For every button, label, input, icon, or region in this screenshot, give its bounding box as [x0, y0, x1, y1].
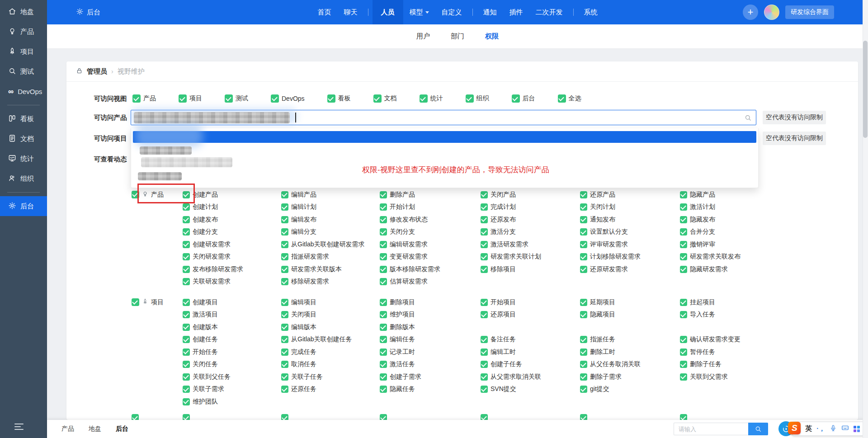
permission-checkbox-创建版本[interactable]: 创建版本 — [183, 323, 281, 331]
checkbox-checked-icon[interactable] — [132, 298, 139, 306]
checkbox-checked-icon[interactable] — [680, 266, 687, 273]
checkbox-checked-icon[interactable] — [580, 361, 587, 368]
permission-checkbox-通知发布[interactable]: 通知发布 — [580, 216, 680, 224]
permission-checkbox-创建分支[interactable]: 创建分支 — [183, 228, 281, 236]
view-checkbox-测试[interactable]: 测试 — [225, 94, 248, 103]
checkbox-checked-icon[interactable] — [183, 324, 190, 331]
permission-checkbox-设置默认分支[interactable]: 设置默认分支 — [580, 228, 680, 236]
checkbox-checked-icon[interactable] — [580, 349, 587, 356]
permission-checkbox-编辑版本[interactable]: 编辑版本 — [281, 323, 380, 331]
nav-item-模型[interactable]: 模型 — [403, 0, 435, 24]
checkbox-checked-icon[interactable] — [680, 253, 687, 260]
checkbox-checked-icon[interactable] — [481, 203, 488, 211]
checkbox-checked-icon[interactable] — [281, 336, 288, 343]
permission-checkbox-估算研发需求[interactable]: 估算研发需求 — [380, 278, 481, 286]
permission-checkbox-创建任务[interactable]: 创建任务 — [183, 335, 281, 344]
permission-checkbox-隐藏产品[interactable]: 隐藏产品 — [680, 191, 858, 199]
permission-checkbox-关联研发需求[interactable]: 关联研发需求 — [183, 278, 281, 286]
permission-checkbox-研发需求关联计划[interactable]: 研发需求关联计划 — [481, 253, 580, 261]
checkbox-checked-icon[interactable] — [481, 266, 488, 273]
avatar[interactable] — [764, 5, 779, 20]
permission-checkbox-隐藏项目[interactable]: 隐藏项目 — [580, 311, 680, 319]
checkbox-checked-icon[interactable] — [380, 253, 387, 260]
permission-checkbox-激活研发需求[interactable]: 激活研发需求 — [481, 240, 580, 249]
permission-checkbox-编辑分支[interactable]: 编辑分支 — [281, 228, 380, 236]
permission-checkbox-编辑研发需求[interactable]: 编辑研发需求 — [380, 240, 481, 249]
checkbox-checked-icon[interactable] — [225, 94, 233, 103]
nav-item-聊天[interactable]: 聊天 — [338, 0, 364, 24]
permission-checkbox-关联到父任务[interactable]: 关联到父任务 — [183, 373, 281, 381]
permission-checkbox-修改发布状态[interactable]: 修改发布状态 — [380, 216, 481, 224]
keyboard-icon[interactable] — [841, 424, 849, 433]
permission-checkbox-研发需求关联发布[interactable]: 研发需求关联发布 — [680, 253, 858, 261]
checkbox-checked-icon[interactable] — [481, 241, 488, 248]
checkbox-checked-icon[interactable] — [481, 414, 488, 420]
permission-checkbox-移除项目[interactable]: 移除项目 — [481, 265, 580, 273]
checkbox-checked-icon[interactable] — [281, 266, 288, 273]
permission-checkbox-取消任务[interactable]: 取消任务 — [281, 360, 380, 368]
checkbox-checked-icon[interactable] — [680, 216, 687, 223]
bottombar-tab-后台[interactable]: 后台 — [116, 425, 128, 433]
nav-item-通知[interactable]: 通知 — [477, 0, 503, 24]
view-checkbox-DevOps[interactable]: DevOps — [271, 94, 305, 103]
permission-checkbox-创建研发需求[interactable]: 创建研发需求 — [183, 240, 281, 249]
checkbox-checked-icon[interactable] — [132, 414, 139, 420]
permission-checkbox-还原项目[interactable]: 还原项目 — [481, 311, 580, 319]
checkbox-checked-icon[interactable] — [481, 349, 488, 356]
permission-checkbox-维护项目[interactable]: 维护项目 — [380, 311, 481, 319]
checkbox-checked-icon[interactable] — [380, 216, 387, 223]
permission-checkbox-挂起项目[interactable]: 挂起项目 — [680, 298, 858, 306]
bottombar-tab-产品[interactable]: 产品 — [61, 425, 74, 433]
checkbox-checked-icon[interactable] — [481, 253, 488, 260]
permission-checkbox-计划移除研发需求[interactable]: 计划移除研发需求 — [580, 253, 680, 261]
checkbox-checked-icon[interactable] — [580, 414, 587, 420]
checkbox-checked-icon[interactable] — [680, 414, 687, 420]
breadcrumb-root[interactable]: 管理员 — [87, 67, 107, 76]
checkbox-checked-icon[interactable] — [132, 191, 139, 198]
sidebar-item-组织[interactable]: 组织 — [0, 169, 47, 188]
checkbox-checked-icon[interactable] — [183, 191, 190, 198]
add-button[interactable]: + — [743, 5, 758, 20]
checkbox-checked-icon[interactable] — [281, 228, 288, 235]
permission-checkbox-关联子需求[interactable]: 关联子需求 — [183, 385, 281, 393]
checkbox-checked-icon[interactable] — [680, 361, 687, 368]
checkbox-checked-icon[interactable] — [183, 216, 190, 223]
checkbox-checked-icon[interactable] — [481, 299, 488, 306]
permission-checkbox[interactable] — [580, 414, 680, 420]
checkbox-checked-icon[interactable] — [183, 266, 190, 273]
permission-checkbox[interactable] — [183, 414, 281, 420]
permission-checkbox-编辑发布[interactable]: 编辑发布 — [281, 216, 380, 224]
view-checkbox-组织[interactable]: 组织 — [466, 94, 489, 103]
checkbox-checked-icon[interactable] — [580, 228, 587, 235]
checkbox-checked-icon[interactable] — [580, 191, 587, 198]
checkbox-checked-icon[interactable] — [183, 203, 190, 211]
permission-checkbox-暂停任务[interactable]: 暂停任务 — [680, 348, 858, 356]
checkbox-checked-icon[interactable] — [183, 361, 190, 368]
view-checkbox-全选[interactable]: 全选 — [558, 94, 581, 103]
checkbox-checked-icon[interactable] — [481, 191, 488, 198]
permission-checkbox-关闭任务[interactable]: 关闭任务 — [183, 360, 281, 368]
checkbox-checked-icon[interactable] — [380, 311, 387, 318]
checkbox-checked-icon[interactable] — [183, 349, 190, 356]
nav-item-二次开发[interactable]: 二次开发 — [529, 0, 569, 24]
bottombar-tab-地盘[interactable]: 地盘 — [89, 425, 101, 433]
empty-hint-button-projects[interactable]: 空代表没有访问限制 — [763, 132, 826, 145]
permission-checkbox-还原任务[interactable]: 还原任务 — [281, 385, 380, 393]
permission-checkbox-从父需求取消关联[interactable]: 从父需求取消关联 — [481, 373, 580, 381]
checkbox-checked-icon[interactable] — [380, 191, 387, 198]
checkbox-checked-icon[interactable] — [580, 216, 587, 223]
permission-checkbox-记录工时[interactable]: 记录工时 — [380, 348, 481, 356]
permission-checkbox-创建项目[interactable]: 创建项目 — [183, 298, 281, 306]
permission-checkbox-关闭项目[interactable]: 关闭项目 — [281, 311, 380, 319]
checkbox-checked-icon[interactable] — [580, 266, 587, 273]
permission-checkbox-还原发布[interactable]: 还原发布 — [481, 216, 580, 224]
permission-checkbox-创建发布[interactable]: 创建发布 — [183, 216, 281, 224]
permission-checkbox-研发需求关联版本[interactable]: 研发需求关联版本 — [281, 265, 380, 273]
permission-checkbox[interactable] — [481, 414, 580, 420]
permission-checkbox-激活项目[interactable]: 激活项目 — [183, 311, 281, 319]
sidebar-item-文档[interactable]: 文档 — [0, 129, 47, 149]
checkbox-checked-icon[interactable] — [281, 349, 288, 356]
checkbox-checked-icon[interactable] — [183, 253, 190, 260]
checkbox-checked-icon[interactable] — [281, 203, 288, 211]
sidebar-item-地盘[interactable]: 地盘 — [0, 2, 47, 22]
